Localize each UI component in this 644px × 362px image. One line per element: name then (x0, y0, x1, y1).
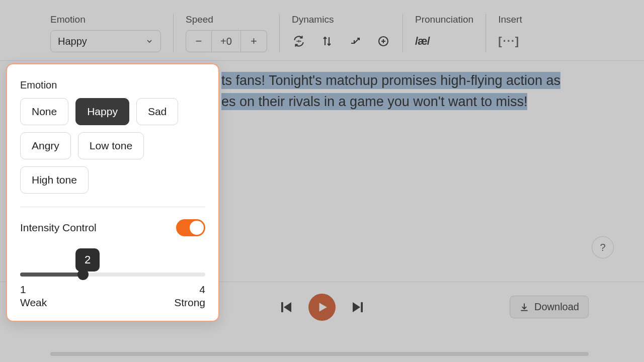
toolbar-pron-label: Pronunciation (415, 14, 473, 25)
minus-icon: − (196, 35, 202, 48)
emotion-chip-group: None Happy Sad Angry Low tone High tone (20, 98, 205, 194)
emotion-chip-low-tone[interactable]: Low tone (78, 132, 144, 159)
slider-value-tooltip: 2 (75, 248, 100, 272)
emotion-popup: Emotion None Happy Sad Angry Low tone Hi… (6, 63, 219, 322)
help-icon: ? (600, 242, 605, 253)
intensity-label: Intensity Control (20, 222, 97, 234)
speed-decrease-button[interactable]: − (186, 30, 212, 52)
svg-marker-8 (284, 302, 291, 312)
toolbar: Emotion Happy Speed − +0 + Dynamics (0, 0, 644, 61)
emotion-chip-angry[interactable]: Angry (20, 132, 71, 159)
intensity-slider[interactable]: 2 1 4 Weak Strong (20, 248, 205, 309)
toolbar-group-pronunciation: Pronunciation /æ/ (403, 14, 486, 52)
pronunciation-button[interactable]: /æ/ (415, 35, 430, 48)
toggle-knob (190, 221, 204, 235)
svg-marker-10 (353, 302, 360, 312)
slider-fill (20, 273, 83, 277)
emotion-select[interactable]: Happy (50, 30, 161, 52)
speed-stepper: − +0 + (186, 30, 267, 52)
emotion-select-value: Happy (58, 36, 87, 47)
slider-thumb[interactable] (77, 269, 89, 280)
plus-icon: + (251, 35, 257, 48)
svg-marker-9 (319, 303, 327, 311)
speed-increase-button[interactable]: + (241, 30, 267, 52)
speed-value: +0 (212, 30, 241, 52)
emotion-chip-sad[interactable]: Sad (136, 98, 178, 125)
slider-min-value: 1 (20, 284, 26, 296)
dynamics-pitch-icon[interactable] (320, 34, 334, 48)
progress-track[interactable] (50, 352, 589, 356)
popup-title: Emotion (20, 79, 205, 91)
toolbar-insert-label: Insert (498, 14, 522, 25)
toolbar-speed-label: Speed (186, 14, 267, 25)
download-button[interactable]: Download (510, 296, 589, 318)
dynamics-regenerate-icon[interactable] (292, 34, 306, 48)
toolbar-group-dynamics: Dynamics (279, 14, 403, 52)
svg-rect-7 (281, 302, 283, 312)
slider-min-label: Weak (20, 297, 47, 309)
insert-button[interactable]: [···] (498, 35, 520, 48)
svg-line-3 (354, 38, 359, 43)
selected-text-line2: es on their rivals in a game you won't w… (221, 93, 527, 110)
download-icon (519, 302, 529, 312)
chevron-down-icon (145, 37, 153, 45)
slider-max-label: Strong (174, 297, 205, 309)
next-button[interactable] (349, 298, 367, 316)
help-button[interactable]: ? (592, 236, 614, 258)
play-button[interactable] (308, 294, 336, 321)
slider-max-value: 4 (199, 284, 205, 296)
toolbar-group-speed: Speed − +0 + (173, 14, 279, 52)
svg-rect-11 (361, 302, 363, 312)
previous-button[interactable] (277, 298, 295, 316)
slider-track (20, 273, 205, 277)
toolbar-dynamics-label: Dynamics (292, 14, 390, 25)
toolbar-group-emotion: Emotion Happy (50, 14, 173, 52)
toolbar-emotion-label: Emotion (50, 14, 161, 25)
dynamics-break-icon[interactable] (348, 34, 362, 48)
emotion-chip-high-tone[interactable]: High tone (20, 166, 89, 194)
emotion-chip-happy[interactable]: Happy (75, 98, 129, 125)
intensity-toggle[interactable] (176, 219, 205, 236)
download-label: Download (534, 301, 579, 313)
selected-text-line1: ts fans! Tonight's matchup promises high… (221, 72, 560, 89)
divider (20, 207, 205, 207)
emotion-chip-none[interactable]: None (20, 98, 68, 125)
dynamics-add-icon[interactable] (376, 34, 390, 48)
toolbar-group-insert: Insert [···] (486, 14, 534, 52)
